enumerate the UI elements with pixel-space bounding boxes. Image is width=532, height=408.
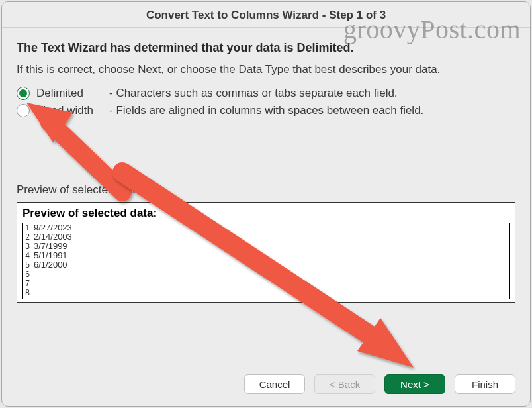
- row-index: 3: [23, 242, 32, 251]
- row-value: [32, 270, 34, 279]
- table-row: 8: [23, 288, 509, 297]
- option-fixed-width-desc: - Fields are aligned in columns with spa…: [109, 104, 423, 117]
- row-value: 2/14/2003: [32, 232, 72, 242]
- row-value: 3/7/1999: [32, 242, 67, 251]
- button-row: Cancel < Back Next > Finish: [244, 374, 515, 394]
- row-value: [32, 279, 34, 288]
- option-fixed-width[interactable]: Fixed width - Fields are aligned in colu…: [17, 104, 515, 117]
- wizard-subtext: If this is correct, choose Next, or choo…: [17, 63, 515, 76]
- dialog-title: Convert Text to Columns Wizard - Step 1 …: [2, 2, 530, 28]
- finish-button[interactable]: Finish: [455, 374, 515, 394]
- table-row: 22/14/2003: [23, 232, 509, 242]
- table-row: 33/7/1999: [23, 242, 509, 251]
- radio-delimited[interactable]: [17, 87, 30, 100]
- wizard-heading: The Text Wizard has determined that your…: [17, 41, 515, 55]
- row-index: 8: [23, 288, 32, 297]
- preview-title: Preview of selected data:: [22, 207, 510, 220]
- table-row: 19/27/2023: [23, 223, 509, 232]
- row-value: 5/1/1991: [32, 251, 67, 260]
- row-index: 5: [23, 260, 32, 270]
- option-delimited-desc: - Characters such as commas or tabs sepa…: [109, 87, 398, 100]
- row-value: 9/27/2023: [32, 223, 72, 232]
- next-button[interactable]: Next >: [384, 374, 445, 394]
- preview-box: Preview of selected data: 19/27/2023 22/…: [17, 202, 515, 303]
- row-index: 6: [23, 270, 32, 279]
- back-button: < Back: [314, 374, 375, 394]
- option-fixed-width-label: Fixed width: [36, 104, 109, 117]
- radio-fixed-width[interactable]: [17, 104, 30, 117]
- wizard-dialog: Convert Text to Columns Wizard - Step 1 …: [1, 1, 531, 407]
- row-index: 2: [23, 232, 32, 242]
- cancel-button[interactable]: Cancel: [244, 374, 305, 394]
- table-row: 56/1/2000: [23, 260, 509, 270]
- row-index: 4: [23, 251, 32, 260]
- row-index: 7: [23, 279, 32, 288]
- table-row: 6: [23, 270, 509, 279]
- table-row: 7: [23, 279, 509, 288]
- preview-label: Preview of selected data:: [17, 183, 515, 197]
- table-row: 45/1/1991: [23, 251, 509, 260]
- row-value: 6/1/2000: [32, 260, 67, 270]
- option-delimited[interactable]: Delimited - Characters such as commas or…: [17, 87, 515, 100]
- dialog-content: The Text Wizard has determined that your…: [2, 28, 530, 303]
- option-delimited-label: Delimited: [36, 87, 109, 100]
- row-index: 1: [23, 223, 32, 232]
- preview-data-frame: 19/27/2023 22/14/2003 33/7/1999 45/1/199…: [22, 223, 510, 299]
- row-value: [32, 288, 34, 297]
